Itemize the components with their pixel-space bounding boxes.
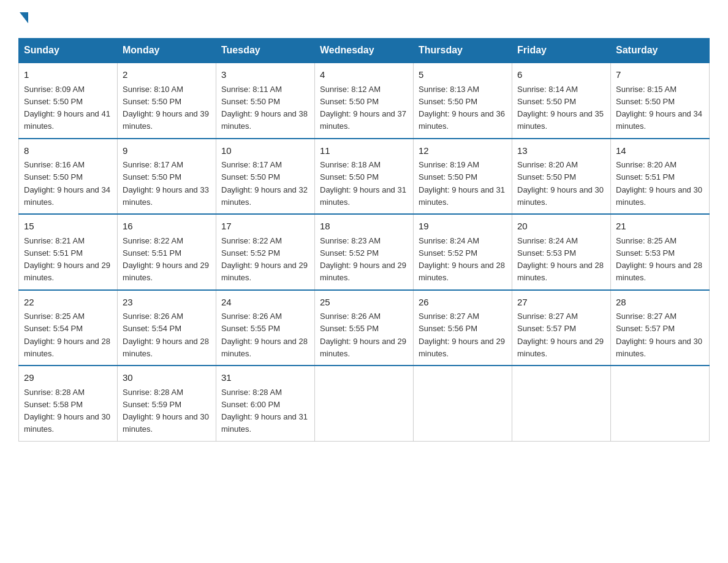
day-number: 4 xyxy=(320,68,408,82)
day-number: 15 xyxy=(24,220,112,234)
day-number: 26 xyxy=(419,296,507,310)
col-header-friday: Friday xyxy=(512,39,611,63)
day-cell: 10 Sunrise: 8:17 AMSunset: 5:50 PMDaylig… xyxy=(216,139,315,215)
day-number: 28 xyxy=(616,296,704,310)
day-cell: 8 Sunrise: 8:16 AMSunset: 5:50 PMDayligh… xyxy=(19,139,118,215)
day-cell: 18 Sunrise: 8:23 AMSunset: 5:52 PMDaylig… xyxy=(315,214,414,290)
day-cell: 17 Sunrise: 8:22 AMSunset: 5:52 PMDaylig… xyxy=(216,214,315,290)
day-number: 7 xyxy=(616,68,704,82)
col-header-sunday: Sunday xyxy=(19,39,118,63)
day-cell: 11 Sunrise: 8:18 AMSunset: 5:50 PMDaylig… xyxy=(315,139,414,215)
col-header-wednesday: Wednesday xyxy=(315,39,414,63)
day-info: Sunrise: 8:28 AMSunset: 5:58 PMDaylight:… xyxy=(24,388,110,434)
col-header-saturday: Saturday xyxy=(611,39,710,63)
day-number: 19 xyxy=(419,220,507,234)
day-cell: 3 Sunrise: 8:11 AMSunset: 5:50 PMDayligh… xyxy=(216,63,315,139)
day-info: Sunrise: 8:20 AMSunset: 5:51 PMDaylight:… xyxy=(616,160,702,207)
day-cell: 15 Sunrise: 8:21 AMSunset: 5:51 PMDaylig… xyxy=(19,214,118,290)
day-cell: 26 Sunrise: 8:27 AMSunset: 5:56 PMDaylig… xyxy=(414,290,512,366)
day-cell xyxy=(315,366,414,441)
day-cell: 7 Sunrise: 8:15 AMSunset: 5:50 PMDayligh… xyxy=(611,63,710,139)
day-number: 14 xyxy=(616,144,704,158)
week-row-1: 1 Sunrise: 8:09 AMSunset: 5:50 PMDayligh… xyxy=(19,63,710,139)
day-cell: 13 Sunrise: 8:20 AMSunset: 5:50 PMDaylig… xyxy=(512,139,611,215)
day-number: 2 xyxy=(123,68,211,82)
day-number: 27 xyxy=(517,296,605,310)
day-number: 17 xyxy=(221,220,309,234)
day-info: Sunrise: 8:28 AMSunset: 6:00 PMDaylight:… xyxy=(221,388,308,434)
day-cell: 12 Sunrise: 8:19 AMSunset: 5:50 PMDaylig… xyxy=(414,139,512,215)
day-cell: 5 Sunrise: 8:13 AMSunset: 5:50 PMDayligh… xyxy=(414,63,512,139)
day-info: Sunrise: 8:26 AMSunset: 5:54 PMDaylight:… xyxy=(123,312,209,358)
logo xyxy=(18,12,28,26)
day-info: Sunrise: 8:13 AMSunset: 5:50 PMDaylight:… xyxy=(419,85,505,131)
day-info: Sunrise: 8:23 AMSunset: 5:52 PMDaylight:… xyxy=(320,236,406,283)
day-cell: 28 Sunrise: 8:27 AMSunset: 5:57 PMDaylig… xyxy=(611,290,710,366)
day-info: Sunrise: 8:10 AMSunset: 5:50 PMDaylight:… xyxy=(123,85,209,131)
day-info: Sunrise: 8:20 AMSunset: 5:50 PMDaylight:… xyxy=(517,160,604,207)
day-cell: 6 Sunrise: 8:14 AMSunset: 5:50 PMDayligh… xyxy=(512,63,611,139)
day-cell: 19 Sunrise: 8:24 AMSunset: 5:52 PMDaylig… xyxy=(414,214,512,290)
day-number: 9 xyxy=(123,144,211,158)
week-row-2: 8 Sunrise: 8:16 AMSunset: 5:50 PMDayligh… xyxy=(19,139,710,215)
day-info: Sunrise: 8:22 AMSunset: 5:52 PMDaylight:… xyxy=(221,236,308,283)
day-cell: 30 Sunrise: 8:28 AMSunset: 5:59 PMDaylig… xyxy=(118,366,216,441)
day-info: Sunrise: 8:15 AMSunset: 5:50 PMDaylight:… xyxy=(616,85,702,131)
day-info: Sunrise: 8:27 AMSunset: 5:57 PMDaylight:… xyxy=(616,312,702,358)
day-number: 25 xyxy=(320,296,408,310)
day-info: Sunrise: 8:18 AMSunset: 5:50 PMDaylight:… xyxy=(320,160,406,207)
day-number: 30 xyxy=(123,371,211,385)
day-number: 16 xyxy=(123,220,211,234)
day-info: Sunrise: 8:09 AMSunset: 5:50 PMDaylight:… xyxy=(24,85,110,131)
day-info: Sunrise: 8:17 AMSunset: 5:50 PMDaylight:… xyxy=(123,160,209,207)
day-cell: 29 Sunrise: 8:28 AMSunset: 5:58 PMDaylig… xyxy=(19,366,118,441)
header xyxy=(18,12,710,26)
week-row-5: 29 Sunrise: 8:28 AMSunset: 5:58 PMDaylig… xyxy=(19,366,710,441)
day-cell: 24 Sunrise: 8:26 AMSunset: 5:55 PMDaylig… xyxy=(216,290,315,366)
day-cell xyxy=(512,366,611,441)
day-cell: 21 Sunrise: 8:25 AMSunset: 5:53 PMDaylig… xyxy=(611,214,710,290)
day-number: 18 xyxy=(320,220,408,234)
week-row-3: 15 Sunrise: 8:21 AMSunset: 5:51 PMDaylig… xyxy=(19,214,710,290)
col-header-tuesday: Tuesday xyxy=(216,39,315,63)
day-info: Sunrise: 8:25 AMSunset: 5:54 PMDaylight:… xyxy=(24,312,110,358)
day-info: Sunrise: 8:28 AMSunset: 5:59 PMDaylight:… xyxy=(123,388,209,434)
week-row-4: 22 Sunrise: 8:25 AMSunset: 5:54 PMDaylig… xyxy=(19,290,710,366)
day-info: Sunrise: 8:12 AMSunset: 5:50 PMDaylight:… xyxy=(320,85,406,131)
day-cell: 31 Sunrise: 8:28 AMSunset: 6:00 PMDaylig… xyxy=(216,366,315,441)
day-number: 8 xyxy=(24,144,112,158)
day-cell: 27 Sunrise: 8:27 AMSunset: 5:57 PMDaylig… xyxy=(512,290,611,366)
day-cell: 16 Sunrise: 8:22 AMSunset: 5:51 PMDaylig… xyxy=(118,214,216,290)
day-info: Sunrise: 8:11 AMSunset: 5:50 PMDaylight:… xyxy=(221,85,308,131)
day-number: 20 xyxy=(517,220,605,234)
day-cell xyxy=(414,366,512,441)
day-number: 31 xyxy=(221,371,309,385)
day-cell: 4 Sunrise: 8:12 AMSunset: 5:50 PMDayligh… xyxy=(315,63,414,139)
day-number: 3 xyxy=(221,68,309,82)
logo-arrow-icon xyxy=(20,12,28,23)
day-number: 1 xyxy=(24,68,112,82)
day-cell xyxy=(611,366,710,441)
day-info: Sunrise: 8:26 AMSunset: 5:55 PMDaylight:… xyxy=(320,312,406,358)
day-info: Sunrise: 8:22 AMSunset: 5:51 PMDaylight:… xyxy=(123,236,209,283)
day-cell: 23 Sunrise: 8:26 AMSunset: 5:54 PMDaylig… xyxy=(118,290,216,366)
day-info: Sunrise: 8:25 AMSunset: 5:53 PMDaylight:… xyxy=(616,236,702,283)
day-info: Sunrise: 8:17 AMSunset: 5:50 PMDaylight:… xyxy=(221,160,308,207)
day-info: Sunrise: 8:24 AMSunset: 5:53 PMDaylight:… xyxy=(517,236,604,283)
day-cell: 25 Sunrise: 8:26 AMSunset: 5:55 PMDaylig… xyxy=(315,290,414,366)
day-info: Sunrise: 8:27 AMSunset: 5:56 PMDaylight:… xyxy=(419,312,505,358)
day-info: Sunrise: 8:27 AMSunset: 5:57 PMDaylight:… xyxy=(517,312,604,358)
day-number: 12 xyxy=(419,144,507,158)
day-number: 29 xyxy=(24,371,112,385)
col-header-thursday: Thursday xyxy=(414,39,512,63)
day-number: 11 xyxy=(320,144,408,158)
day-cell: 2 Sunrise: 8:10 AMSunset: 5:50 PMDayligh… xyxy=(118,63,216,139)
day-number: 10 xyxy=(221,144,309,158)
day-cell: 1 Sunrise: 8:09 AMSunset: 5:50 PMDayligh… xyxy=(19,63,118,139)
day-cell: 20 Sunrise: 8:24 AMSunset: 5:53 PMDaylig… xyxy=(512,214,611,290)
day-number: 6 xyxy=(517,68,605,82)
day-number: 23 xyxy=(123,296,211,310)
day-number: 24 xyxy=(221,296,309,310)
day-cell: 14 Sunrise: 8:20 AMSunset: 5:51 PMDaylig… xyxy=(611,139,710,215)
day-info: Sunrise: 8:19 AMSunset: 5:50 PMDaylight:… xyxy=(419,160,505,207)
